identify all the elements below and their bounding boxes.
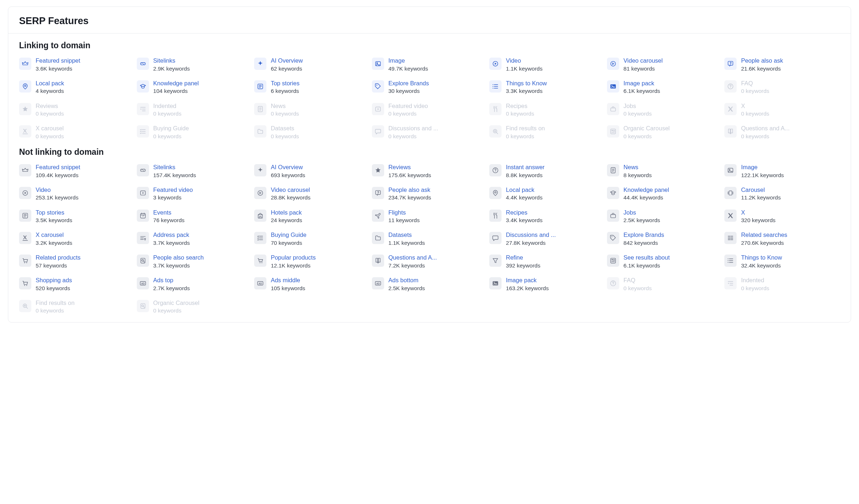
feature-label: Jobs	[624, 102, 652, 110]
feature-item[interactable]: Sitelinks 157.4K keywords	[137, 163, 252, 179]
feature-item[interactable]: Image pack 6.1K keywords	[607, 80, 723, 95]
feature-item[interactable]: Flights 11 keywords	[372, 209, 487, 224]
feature-item: Datasets 0 keywords	[254, 125, 370, 140]
feature-label: Jobs	[624, 209, 660, 216]
feature-item[interactable]: Video 253.1K keywords	[19, 186, 135, 202]
feature-item[interactable]: Knowledge panel 104 keywords	[137, 80, 252, 95]
feature-label: Organic Carousel	[153, 299, 199, 307]
feature-item[interactable]: Knowledge panel 44.4K keywords	[607, 186, 723, 202]
feature-item[interactable]: Datasets 1.1K keywords	[372, 231, 487, 247]
feature-label: News	[624, 163, 652, 171]
feature-item[interactable]: Reviews 175.6K keywords	[372, 163, 487, 179]
play-box-icon	[137, 187, 149, 199]
svg-rect-21	[612, 130, 613, 131]
feature-item[interactable]: See results about 6.1K keywords	[607, 254, 723, 269]
svg-rect-33	[729, 191, 732, 195]
chat-icon	[489, 232, 502, 244]
feature-item[interactable]: Video carousel 81 keywords	[607, 57, 723, 72]
feature-item[interactable]: Featured snippet 3.6K keywords	[19, 57, 135, 72]
feature-item[interactable]: X 320 keywords	[724, 209, 840, 224]
feature-item[interactable]: Image 49.7K keywords	[372, 57, 487, 72]
feature-count: 253.1K keywords	[36, 194, 78, 201]
feature-item[interactable]: Recipes 3.4K keywords	[489, 209, 605, 224]
feature-item[interactable]: News 8 keywords	[607, 163, 723, 179]
feature-item[interactable]: Related products 57 keywords	[19, 254, 135, 269]
feature-item[interactable]: AD Ads middle 105 keywords	[254, 276, 370, 292]
feature-item[interactable]: Explore Brands 842 keywords	[607, 231, 723, 247]
svg-point-32	[495, 192, 496, 193]
feature-label: Find results on	[506, 125, 545, 132]
feature-item[interactable]: People also search 3.7K keywords	[137, 254, 252, 269]
svg-point-50	[728, 260, 729, 261]
feature-item[interactable]: Top stories 6 keywords	[254, 80, 370, 95]
feature-item[interactable]: Local pack 4 keywords	[19, 80, 135, 95]
feature-item[interactable]: Hotels pack 24 keywords	[254, 209, 370, 224]
svg-point-46	[262, 262, 262, 263]
feature-item[interactable]: Video 1.1K keywords	[489, 57, 605, 72]
cap-icon	[137, 80, 149, 93]
feature-item[interactable]: Questions and A... 7.2K keywords	[372, 254, 487, 269]
feature-count: 3.7K keywords	[153, 239, 190, 247]
feature-label: Featured video	[388, 102, 428, 110]
feature-item[interactable]: Address pack 3.7K keywords	[137, 231, 252, 247]
svg-rect-35	[140, 213, 145, 218]
feature-count: 4 keywords	[36, 87, 64, 95]
feature-item[interactable]: Jobs 2.5K keywords	[607, 209, 723, 224]
feature-count: 234.7K keywords	[388, 194, 431, 201]
feature-label: Indented	[741, 276, 769, 284]
feature-item[interactable]: Carousel 11.2K keywords	[724, 186, 840, 202]
feature-item: Organic Carousel 0 keywords	[137, 299, 252, 315]
feature-count: 3.7K keywords	[153, 262, 204, 269]
feature-item[interactable]: Explore Brands 30 keywords	[372, 80, 487, 95]
feature-item: X 0 keywords	[724, 102, 840, 118]
feature-item[interactable]: Related searches 270.6K keywords	[724, 231, 840, 247]
feature-label: People also search	[153, 254, 204, 261]
feature-count: 2.5K keywords	[624, 217, 660, 224]
feature-item[interactable]: Things to Know 32.4K keywords	[724, 254, 840, 269]
feature-item[interactable]: People also ask 234.7K keywords	[372, 186, 487, 202]
feature-item[interactable]: Top stories 3.5K keywords	[19, 209, 135, 224]
feature-item[interactable]: Video carousel 28.8K keywords	[254, 186, 370, 202]
feature-count: 7.2K keywords	[388, 262, 437, 269]
feature-item[interactable]: Buying Guide 70 keywords	[254, 231, 370, 247]
feature-item[interactable]: Events 76 keywords	[137, 209, 252, 224]
feature-item[interactable]: People also ask 21.6K keywords	[724, 57, 840, 72]
feature-item[interactable]: AD Ads top 2.7K keywords	[137, 276, 252, 292]
feature-label: X carousel	[36, 231, 72, 239]
feature-count: 0 keywords	[153, 110, 181, 117]
feature-label: Video	[36, 186, 78, 194]
feature-item[interactable]: Things to Know 3.3K keywords	[489, 80, 605, 95]
feature-label: Flights	[388, 209, 420, 216]
link-icon	[137, 164, 149, 176]
feature-label: Featured video	[153, 186, 193, 194]
feature-item[interactable]: X carousel 3.2K keywords	[19, 231, 135, 247]
feature-label: Indented	[153, 102, 181, 110]
feature-item[interactable]: Featured video 3 keywords	[137, 186, 252, 202]
feature-count: 0 keywords	[388, 133, 438, 140]
feature-item[interactable]: Image pack 163.2K keywords	[489, 276, 605, 292]
feature-count: 21.6K keywords	[741, 65, 783, 72]
feature-item[interactable]: AI Overview 693 keywords	[254, 163, 370, 179]
feature-item[interactable]: Instant answer 8.8K keywords	[489, 163, 605, 179]
feature-item[interactable]: Featured snippet 109.4K keywords	[19, 163, 135, 179]
svg-point-1	[377, 63, 378, 64]
play-box-icon	[372, 103, 384, 115]
feature-item[interactable]: AI Overview 62 keywords	[254, 57, 370, 72]
svg-point-45	[261, 262, 261, 263]
feature-item[interactable]: Shopping ads 520 keywords	[19, 276, 135, 292]
feature-item[interactable]: Discussions and ... 27.8K keywords	[489, 231, 605, 247]
tag-icon	[372, 80, 384, 93]
rows-icon	[724, 232, 737, 244]
feature-item[interactable]: AD Ads bottom 2.5K keywords	[372, 276, 487, 292]
feature-item[interactable]: Image 122.1K keywords	[724, 163, 840, 179]
feature-item[interactable]: Local pack 4.4K keywords	[489, 186, 605, 202]
play-circle-icon	[489, 58, 502, 70]
help-icon	[724, 80, 737, 93]
feature-item[interactable]: Popular products 12.1K keywords	[254, 254, 370, 269]
feature-item[interactable]: Sitelinks 2.9K keywords	[137, 57, 252, 72]
feature-label: Local pack	[506, 186, 543, 194]
x-icon	[724, 210, 737, 222]
feature-label: Image	[388, 57, 428, 64]
feature-count: 0 keywords	[36, 110, 64, 117]
feature-item[interactable]: Refine 392 keywords	[489, 254, 605, 269]
